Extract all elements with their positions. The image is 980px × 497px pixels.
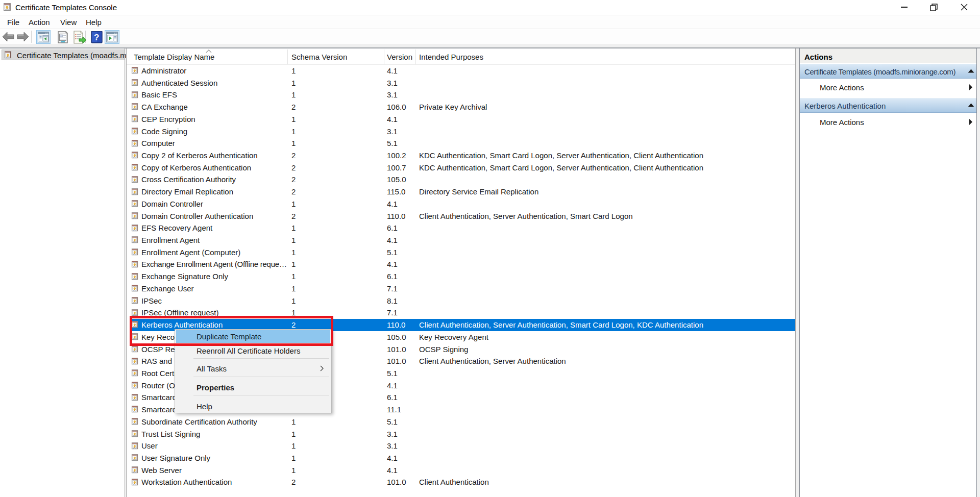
- svg-text:?: ?: [94, 33, 99, 42]
